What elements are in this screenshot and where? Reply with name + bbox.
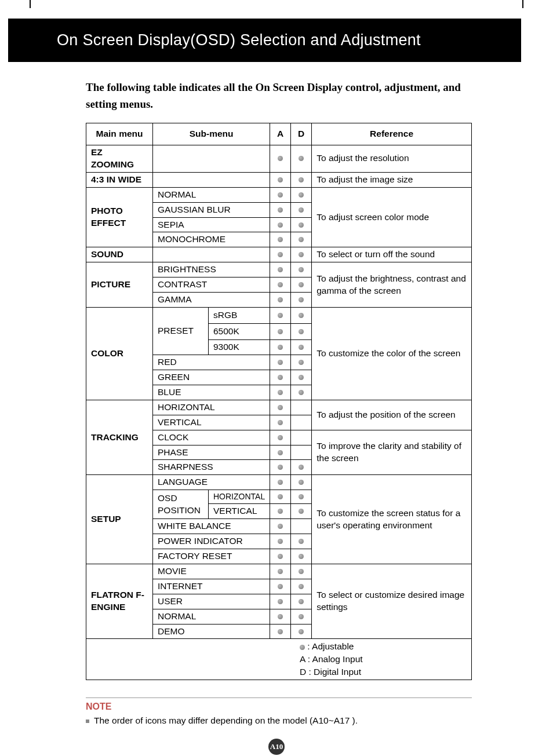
crop-marks-top	[0, 0, 553, 8]
d-cell	[291, 564, 312, 579]
a-cell	[270, 385, 291, 400]
sub-cell: NORMAL	[153, 609, 270, 624]
sub-cell	[153, 172, 270, 187]
main-content: The following table indicates all the On…	[86, 79, 472, 680]
legend-adjustable: : Adjustable	[300, 640, 467, 653]
sub-cell	[153, 247, 270, 262]
d-cell	[291, 475, 312, 490]
d-cell	[291, 293, 312, 308]
dot-icon	[299, 156, 304, 161]
th-sub: Sub-menu	[153, 123, 270, 145]
d-cell	[291, 519, 312, 534]
ref-cell: To adjust the resolution	[312, 145, 472, 172]
d-cell	[291, 445, 312, 460]
th-main: Main menu	[86, 123, 153, 145]
dot-icon	[278, 345, 283, 350]
sub-cell: VERTICAL	[153, 415, 270, 430]
a-cell	[270, 277, 291, 293]
d-cell	[291, 247, 312, 262]
d-cell	[291, 340, 312, 355]
legend-digital: D : Digital Input	[300, 666, 467, 678]
dot-icon	[299, 629, 304, 634]
sub-cell: MONOCHROME	[153, 232, 270, 247]
d-cell	[291, 308, 312, 324]
dot-icon	[299, 297, 304, 302]
page-header: On Screen Display(OSD) Selection and Adj…	[8, 19, 521, 62]
table-row: COLOR PRESET sRGB To customize the color…	[86, 308, 472, 324]
th-ref: Reference	[312, 123, 472, 145]
dot-icon	[278, 375, 283, 380]
dot-icon	[299, 252, 304, 257]
sub-cell: MOVIE	[153, 564, 270, 579]
dot-icon	[299, 569, 304, 574]
dot-icon	[278, 465, 283, 470]
dot-icon	[299, 313, 304, 318]
main-cell: TRACKING	[86, 400, 153, 475]
d-cell	[291, 187, 312, 202]
dot-icon	[299, 480, 304, 485]
dot-icon	[278, 390, 283, 395]
ref-cell: To select or turn off the sound	[312, 247, 472, 262]
dot-icon	[299, 267, 304, 272]
ref-cell: To adjust the brightness, contrast and g…	[312, 262, 472, 308]
dot-icon	[299, 237, 304, 242]
ref-cell: To customize the screen status for a use…	[312, 475, 472, 564]
sub-cell: POWER INDICATOR	[153, 534, 270, 549]
dot-icon	[299, 509, 304, 514]
sub-cell: RED	[153, 355, 270, 370]
table-row: EZ ZOOMING To adjust the resolution	[86, 145, 472, 172]
sub-cell: LANGUAGE	[153, 475, 270, 490]
d-cell	[291, 324, 312, 340]
sub2-cell: 9300K	[209, 340, 270, 355]
table-header-row: Main menu Sub-menu A D Reference	[86, 123, 472, 145]
main-cell: PICTURE	[86, 262, 153, 308]
sub-cell: PHASE	[153, 445, 270, 460]
d-cell	[291, 385, 312, 400]
table-row: 4:3 IN WIDE To adjust the image size	[86, 172, 472, 187]
a-cell	[270, 262, 291, 277]
page-number-badge: A10	[268, 739, 285, 755]
main-cell: SOUND	[86, 247, 153, 262]
main-cell: PHOTO EFFECT	[86, 187, 153, 247]
dot-icon	[300, 645, 305, 650]
sub-cell: DEMO	[153, 624, 270, 639]
a-cell	[270, 308, 291, 324]
d-cell	[291, 460, 312, 475]
main-cell: SETUP	[86, 475, 153, 564]
dot-icon	[299, 554, 304, 559]
d-cell	[291, 400, 312, 415]
a-cell	[270, 232, 291, 247]
d-cell	[291, 172, 312, 187]
ref-cell: To select or customize desired image set…	[312, 564, 472, 639]
d-cell	[291, 202, 312, 217]
osd-table: Main menu Sub-menu A D Reference EZ ZOOM…	[86, 123, 472, 680]
sub-cell: GREEN	[153, 370, 270, 385]
main-cell: EZ ZOOMING	[86, 145, 153, 172]
dot-icon	[299, 345, 304, 350]
a-cell	[270, 355, 291, 370]
d-cell	[291, 609, 312, 624]
d-cell	[291, 594, 312, 609]
dot-icon	[278, 584, 283, 589]
a-cell	[270, 549, 291, 564]
sub-cell: INTERNET	[153, 579, 270, 594]
main-cell: 4:3 IN WIDE	[86, 172, 153, 187]
dot-icon	[278, 177, 283, 182]
dot-icon	[278, 524, 283, 529]
d-cell	[291, 430, 312, 445]
d-cell	[291, 232, 312, 247]
dot-icon	[278, 192, 283, 198]
a-cell	[270, 594, 291, 609]
sub2-cell: sRGB	[209, 308, 270, 324]
note-title: NOTE	[86, 702, 472, 712]
a-cell	[270, 475, 291, 490]
ref-cell: To adjust screen color mode	[312, 187, 472, 247]
dot-icon	[278, 282, 283, 287]
dot-icon	[299, 177, 304, 182]
dot-icon	[299, 539, 304, 544]
dot-icon	[299, 599, 304, 604]
dot-icon	[278, 509, 283, 514]
dot-icon	[299, 360, 304, 365]
a-cell	[270, 187, 291, 202]
sub-cell: USER	[153, 594, 270, 609]
